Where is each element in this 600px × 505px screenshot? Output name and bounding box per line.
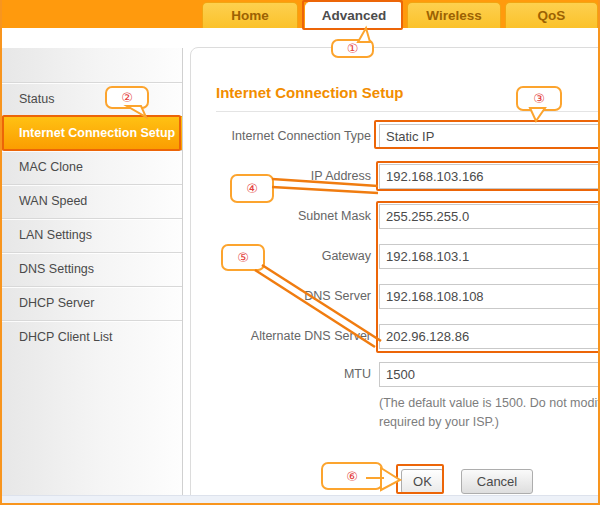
alternate-dns-input[interactable] <box>379 324 600 349</box>
field-row-dns-server: DNS Server <box>191 284 600 309</box>
connection-type-label: Internet Connection Type <box>191 124 371 149</box>
dns-server-input[interactable] <box>379 284 600 309</box>
field-row-gateway: Gateway <box>191 244 600 269</box>
tab-home[interactable]: Home <box>202 2 298 28</box>
bottom-strip <box>2 495 598 503</box>
mtu-label: MTU <box>191 362 371 387</box>
sidebar-spacer <box>2 48 182 82</box>
mtu-note-line2: required by your ISP.) <box>379 413 600 432</box>
tab-advanced[interactable]: Advanced <box>305 2 403 28</box>
field-row-ip-address: IP Address <box>191 164 600 189</box>
cancel-button[interactable]: Cancel <box>461 469 533 494</box>
sidebar: Status Internet Connection Setup MAC Clo… <box>2 48 183 495</box>
subnet-mask-label: Subnet Mask <box>191 204 371 229</box>
sidebar-item-status[interactable]: Status <box>2 82 182 116</box>
ip-address-input[interactable] <box>379 164 600 189</box>
sidebar-item-dhcp-client-list[interactable]: DHCP Client List <box>2 320 182 354</box>
sidebar-item-internet-connection-setup[interactable]: Internet Connection Setup <box>2 116 182 150</box>
main-panel: Internet Connection Setup Internet Conne… <box>190 47 600 496</box>
sidebar-item-mac-clone[interactable]: MAC Clone <box>2 150 182 184</box>
page-title: Internet Connection Setup <box>216 84 404 101</box>
field-row-subnet-mask: Subnet Mask <box>191 204 600 229</box>
title-divider <box>216 111 600 112</box>
alternate-dns-label: Alternate DNS Server <box>191 324 371 349</box>
tab-wireless[interactable]: Wireless <box>407 2 501 28</box>
callout-1-tail <box>358 28 370 42</box>
mtu-note: (The default value is 1500. Do not modif… <box>379 394 600 432</box>
tab-qos[interactable]: QoS <box>505 2 598 28</box>
connection-type-select[interactable]: Static IP <box>379 124 600 149</box>
sidebar-item-wan-speed[interactable]: WAN Speed <box>2 184 182 218</box>
gateway-input[interactable] <box>379 244 600 269</box>
mtu-note-line1: (The default value is 1500. Do not modif… <box>379 394 600 413</box>
subnet-mask-input[interactable] <box>379 204 600 229</box>
gateway-label: Gateway <box>191 244 371 269</box>
ip-address-label: IP Address <box>191 164 371 189</box>
field-row-mtu: MTU <box>191 362 600 387</box>
mtu-input[interactable] <box>379 362 600 387</box>
field-row-alternate-dns: Alternate DNS Server <box>191 324 600 349</box>
sidebar-item-dhcp-server[interactable]: DHCP Server <box>2 286 182 320</box>
dns-server-label: DNS Server <box>191 284 371 309</box>
sidebar-item-lan-settings[interactable]: LAN Settings <box>2 218 182 252</box>
field-row-connection-type: Internet Connection Type Static IP <box>191 124 600 149</box>
ok-button[interactable]: OK <box>401 469 444 494</box>
sidebar-item-dns-settings[interactable]: DNS Settings <box>2 252 182 286</box>
